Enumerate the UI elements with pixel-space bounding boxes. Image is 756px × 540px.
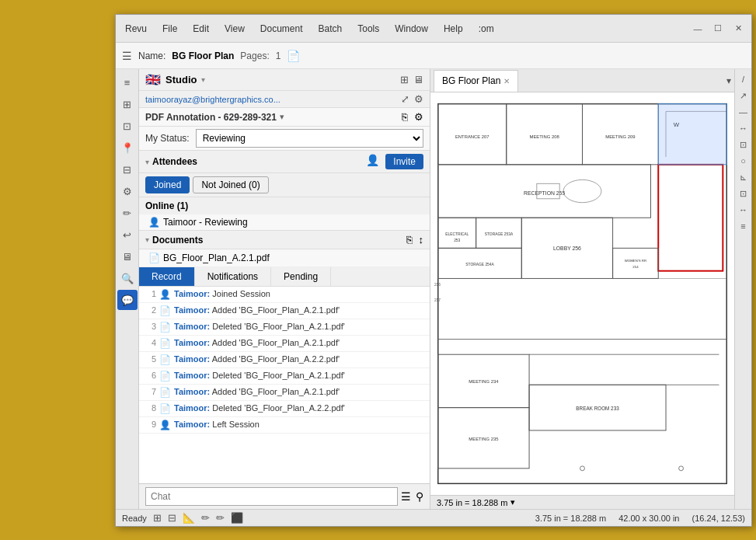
expand-icon[interactable]: ⤢: [401, 93, 409, 105]
svg-text:MEETING 235: MEETING 235: [469, 437, 499, 441]
chat-filter-icon[interactable]: ⚲: [416, 490, 423, 503]
attendees-person-icon[interactable]: 👤: [366, 154, 379, 169]
right-icon-box2[interactable]: ⊡: [737, 186, 751, 200]
session-chevron[interactable]: ▾: [280, 112, 284, 122]
menu-edit[interactable]: Edit: [190, 22, 212, 36]
left-icon-layers[interactable]: ⊟: [117, 159, 138, 179]
menu-tools[interactable]: Tools: [354, 22, 382, 36]
docs-chevron[interactable]: ▾: [145, 235, 149, 244]
studio-monitor-icon[interactable]: 🖥: [413, 74, 423, 85]
menu-revu[interactable]: Revu: [122, 22, 150, 36]
chat-icons: ☰ ⚲: [401, 490, 423, 503]
status-select[interactable]: Reviewing Approved Rejected: [196, 129, 423, 148]
statusbar-grid-icon[interactable]: ⊞: [153, 512, 162, 524]
name-label: Name:: [138, 51, 165, 61]
attendee-name: Taimoor - Reviewing: [163, 217, 248, 228]
docs-icons: ⎘ ↕: [406, 234, 424, 246]
session-share-icon[interactable]: ⎘: [402, 111, 408, 123]
statusbar-pen2-icon[interactable]: ✏: [216, 512, 225, 524]
scale-dropdown-icon[interactable]: ▾: [510, 497, 515, 507]
record-name: Taimoor:: [174, 289, 210, 298]
record-item: 8 📄 Taimoor: Deleted 'BG_Floor_Plan_A.2.…: [139, 401, 430, 417]
right-icon-arrows[interactable]: ↔: [737, 203, 751, 217]
svg-text:254: 254: [632, 265, 639, 269]
record-type-icon: 👤: [159, 289, 171, 300]
statusbar-measure-icon[interactable]: 📐: [183, 512, 195, 524]
menu-extra[interactable]: :om: [476, 22, 497, 36]
doc-tab-bg-floor-plan[interactable]: BG Floor Plan ✕: [434, 70, 518, 92]
status-bar-measurements: 3.75 in = 18.288 m 42.00 x 30.00 in (16.…: [535, 514, 745, 523]
minimize-button[interactable]: —: [691, 22, 705, 36]
left-icon-monitor[interactable]: 🖥: [117, 246, 138, 267]
doc-file-name: BG_Floor_Plan_A.2.1.pdf: [163, 253, 270, 263]
invite-button[interactable]: Invite: [385, 154, 423, 169]
left-icon-settings[interactable]: ⚙: [117, 181, 138, 201]
right-icon-shape[interactable]: ⊾: [737, 170, 751, 184]
attendees-chevron[interactable]: ▾: [145, 158, 149, 166]
record-text: Taimoor: Added 'BG_Floor_Plan_A.2.2.pdf': [174, 354, 340, 364]
email-icons: ⤢ ⚙: [401, 93, 423, 105]
docs-label: Documents: [152, 235, 203, 246]
record-type-icon: 📄: [159, 403, 171, 414]
tab-record[interactable]: Record: [139, 267, 195, 286]
left-icon-grid[interactable]: ⊞: [117, 94, 138, 114]
toolbar-menu-icon[interactable]: ☰: [122, 50, 132, 62]
right-icon-line[interactable]: —: [737, 105, 751, 119]
session-settings-icon[interactable]: ⚙: [414, 111, 423, 123]
left-icon-markup[interactable]: ✏: [117, 203, 138, 223]
svg-text:ELECTRICAL: ELECTRICAL: [445, 232, 469, 236]
window-controls: — ☐ ✕: [691, 22, 745, 36]
record-num: 9: [145, 420, 156, 429]
tab-joined[interactable]: Joined: [145, 176, 190, 193]
chat-list-icon[interactable]: ☰: [401, 490, 411, 503]
studio-label: Studio: [165, 74, 197, 85]
svg-text:253: 253: [454, 239, 460, 242]
right-icon-arrow[interactable]: /: [737, 72, 751, 86]
studio-icons: ⊞ 🖥: [400, 74, 423, 85]
right-icon-circle[interactable]: ○: [737, 154, 751, 168]
floor-plan-svg: ENTRANCE 207 MEETING 208 MEETING 209 W R…: [430, 92, 734, 495]
doc-tab-dropdown-icon[interactable]: ▾: [726, 75, 731, 86]
chat-input[interactable]: [145, 487, 398, 506]
left-icon-undo[interactable]: ↩: [117, 225, 138, 245]
menu-batch[interactable]: Batch: [315, 22, 346, 36]
statusbar-box-icon[interactable]: ⬛: [231, 512, 243, 524]
menu-window[interactable]: Window: [392, 22, 431, 36]
left-icon-chat[interactable]: 💬: [117, 290, 138, 310]
docs-sort-icon[interactable]: ↕: [419, 234, 424, 246]
doc-tab-close-icon[interactable]: ✕: [503, 77, 510, 85]
tab-notifications[interactable]: Notifications: [195, 267, 271, 286]
floor-plan: ENTRANCE 207 MEETING 208 MEETING 209 W R…: [430, 92, 734, 495]
close-button[interactable]: ✕: [731, 22, 745, 36]
email-settings-icon[interactable]: ⚙: [414, 93, 423, 105]
status-bar: Ready ⊞ ⊟ 📐 ✏ ✏ ⬛ 3.75 in = 18.288 m 42.…: [116, 509, 751, 526]
record-num: 7: [145, 387, 156, 396]
right-icon-hash[interactable]: ≡: [737, 219, 751, 233]
menu-view[interactable]: View: [221, 22, 248, 36]
menu-file[interactable]: File: [159, 22, 180, 36]
page-icon[interactable]: 📄: [287, 50, 300, 62]
record-num: 1: [145, 289, 156, 298]
svg-rect-42: [658, 104, 726, 165]
menu-help[interactable]: Help: [441, 22, 466, 36]
left-icon-pins[interactable]: 📍: [117, 138, 138, 158]
maximize-button[interactable]: ☐: [711, 22, 725, 36]
tab-pending[interactable]: Pending: [271, 267, 331, 286]
statusbar-pen-icon[interactable]: ✏: [201, 512, 210, 524]
right-icon-resize[interactable]: ↔: [737, 121, 751, 135]
left-icon-pages[interactable]: ⊡: [117, 116, 138, 136]
studio-chevron[interactable]: ▾: [201, 75, 205, 84]
record-text: Taimoor: Deleted 'BG_Floor_Plan_A.2.1.pd…: [174, 371, 345, 380]
right-icon-diagonal[interactable]: ↗: [737, 89, 751, 103]
main-window: Revu File Edit View Document Batch Tools…: [115, 14, 752, 527]
studio-grid-icon[interactable]: ⊞: [400, 74, 409, 85]
statusbar-snap-icon[interactable]: ⊟: [168, 512, 176, 524]
right-icon-rect[interactable]: ⊡: [737, 138, 751, 152]
docs-copy-icon[interactable]: ⎘: [406, 234, 413, 246]
left-icon-search[interactable]: 🔍: [117, 268, 138, 288]
menu-document[interactable]: Document: [257, 22, 306, 36]
record-item: 6 📄 Taimoor: Deleted 'BG_Floor_Plan_A.2.…: [139, 368, 430, 385]
tab-not-joined[interactable]: Not Joined (0): [193, 176, 268, 193]
ready-label: Ready: [122, 514, 147, 523]
left-icon-menu[interactable]: ≡: [117, 72, 138, 92]
